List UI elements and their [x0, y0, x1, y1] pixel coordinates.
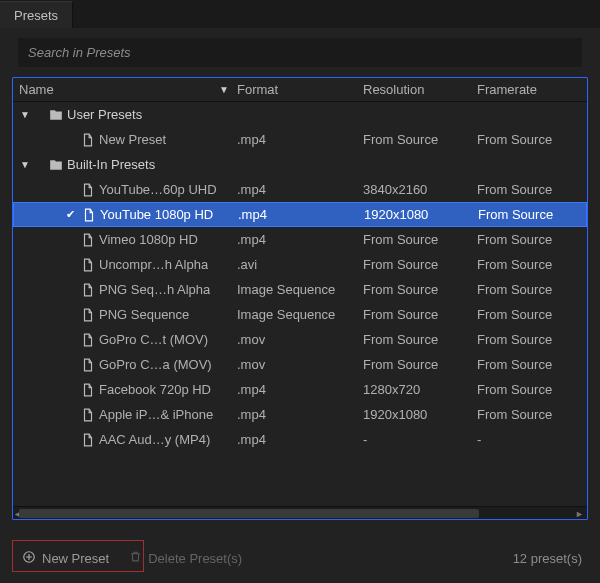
file-icon [79, 433, 97, 447]
presets-table: Name ▼ Format Resolution Framerate ▼ Use… [12, 77, 588, 520]
preset-framerate: From Source [477, 382, 575, 397]
preset-name: New Preset [99, 132, 166, 147]
preset-name: Uncompr…h Alpha [99, 257, 208, 272]
preset-name: Apple iP…& iPhone [99, 407, 213, 422]
preset-format: Image Sequence [237, 307, 363, 322]
preset-format: .mp4 [237, 407, 363, 422]
table-headers: Name ▼ Format Resolution Framerate [13, 78, 587, 102]
preset-format: .mp4 [237, 232, 363, 247]
file-icon [79, 183, 97, 197]
preset-name: Facebook 720p HD [99, 382, 211, 397]
table-row[interactable]: GoPro C…a (MOV) .mov From Source From So… [13, 352, 587, 377]
sort-desc-icon: ▼ [219, 84, 229, 95]
preset-resolution: From Source [363, 307, 477, 322]
preset-framerate: From Source [477, 307, 575, 322]
preset-name: PNG Seq…h Alpha [99, 282, 210, 297]
table-row[interactable]: YouTube…60p UHD .mp4 3840x2160 From Sour… [13, 177, 587, 202]
file-icon [80, 208, 98, 222]
trash-icon [129, 550, 142, 566]
preset-name: Vimeo 1080p HD [99, 232, 198, 247]
file-icon [79, 233, 97, 247]
preset-resolution: - [363, 432, 477, 447]
table-row[interactable]: Uncompr…h Alpha .avi From Source From So… [13, 252, 587, 277]
group-label: User Presets [67, 107, 142, 122]
preset-resolution: From Source [363, 232, 477, 247]
presets-panel: Presets Name ▼ Format Resolution Framera… [0, 0, 600, 583]
new-preset-button[interactable]: New Preset [12, 545, 119, 572]
table-row[interactable]: AAC Aud…y (MP4) .mp4 - - [13, 427, 587, 452]
table-row[interactable]: PNG Seq…h Alpha Image Sequence From Sour… [13, 277, 587, 302]
search-input[interactable] [18, 38, 582, 67]
preset-framerate: From Source [477, 332, 575, 347]
column-header-resolution[interactable]: Resolution [363, 82, 477, 97]
column-header-name[interactable]: Name ▼ [13, 82, 237, 97]
preset-format: .mp4 [237, 382, 363, 397]
table-body: ▼ User Presets New Preset [13, 102, 587, 452]
horizontal-scrollbar[interactable]: ◄ ► [13, 506, 587, 519]
preset-name: YouTube 1080p HD [100, 207, 213, 222]
caret-down-icon[interactable]: ▼ [19, 109, 31, 120]
preset-resolution: From Source [363, 357, 477, 372]
file-icon [79, 358, 97, 372]
preset-name: GoPro C…a (MOV) [99, 357, 212, 372]
group-label: Built-In Presets [67, 157, 155, 172]
preset-format: .mp4 [238, 207, 364, 222]
preset-name: GoPro C…t (MOV) [99, 332, 208, 347]
preset-framerate: From Source [477, 232, 575, 247]
preset-resolution: 1280x720 [363, 382, 477, 397]
column-header-framerate[interactable]: Framerate [477, 82, 575, 97]
tab-bar: Presets [0, 0, 600, 28]
footer-bar: New Preset Delete Preset(s) 12 preset(s) [12, 543, 588, 573]
preset-framerate: From Source [477, 282, 575, 297]
preset-format: .mp4 [237, 182, 363, 197]
preset-framerate: From Source [477, 357, 575, 372]
search-row [0, 28, 600, 77]
preset-resolution: From Source [363, 282, 477, 297]
file-icon [79, 408, 97, 422]
tab-presets[interactable]: Presets [0, 1, 73, 28]
column-header-format[interactable]: Format [237, 82, 363, 97]
preset-framerate: From Source [478, 207, 576, 222]
caret-down-icon[interactable]: ▼ [19, 159, 31, 170]
preset-framerate: From Source [477, 407, 575, 422]
folder-icon [47, 108, 65, 122]
table-row[interactable]: Facebook 720p HD .mp4 1280x720 From Sour… [13, 377, 587, 402]
delete-preset-button[interactable]: Delete Preset(s) [119, 545, 252, 571]
table-row-selected[interactable]: ✔ YouTube 1080p HD .mp4 1920x1080 From S… [13, 202, 587, 227]
preset-framerate: - [477, 432, 575, 447]
table-row[interactable]: PNG Sequence Image Sequence From Source … [13, 302, 587, 327]
file-icon [79, 308, 97, 322]
preset-format: .avi [237, 257, 363, 272]
file-icon [79, 133, 97, 147]
preset-format: .mp4 [237, 132, 363, 147]
preset-count: 12 preset(s) [513, 551, 588, 566]
table-row[interactable]: Vimeo 1080p HD .mp4 From Source From Sou… [13, 227, 587, 252]
button-label: New Preset [42, 551, 109, 566]
preset-resolution: 1920x1080 [364, 207, 478, 222]
folder-icon [47, 158, 65, 172]
file-icon [79, 258, 97, 272]
group-builtin-presets[interactable]: ▼ Built-In Presets [13, 152, 587, 177]
preset-framerate: From Source [477, 257, 575, 272]
preset-name: PNG Sequence [99, 307, 189, 322]
group-user-presets[interactable]: ▼ User Presets [13, 102, 587, 127]
preset-framerate: From Source [477, 182, 575, 197]
table-row[interactable]: GoPro C…t (MOV) .mov From Source From So… [13, 327, 587, 352]
plus-circle-icon [22, 550, 36, 567]
table-row[interactable]: New Preset .mp4 From Source From Source [13, 127, 587, 152]
scroll-right-icon[interactable]: ► [575, 507, 587, 520]
file-icon [79, 333, 97, 347]
preset-format: Image Sequence [237, 282, 363, 297]
preset-name: AAC Aud…y (MP4) [99, 432, 210, 447]
preset-framerate: From Source [477, 132, 575, 147]
preset-resolution: 3840x2160 [363, 182, 477, 197]
file-icon [79, 383, 97, 397]
preset-name: YouTube…60p UHD [99, 182, 217, 197]
preset-format: .mov [237, 357, 363, 372]
table-row[interactable]: Apple iP…& iPhone .mp4 1920x1080 From So… [13, 402, 587, 427]
preset-resolution: From Source [363, 132, 477, 147]
preset-resolution: From Source [363, 257, 477, 272]
column-label: Name [19, 82, 54, 97]
scrollbar-thumb[interactable] [19, 509, 479, 518]
preset-resolution: From Source [363, 332, 477, 347]
